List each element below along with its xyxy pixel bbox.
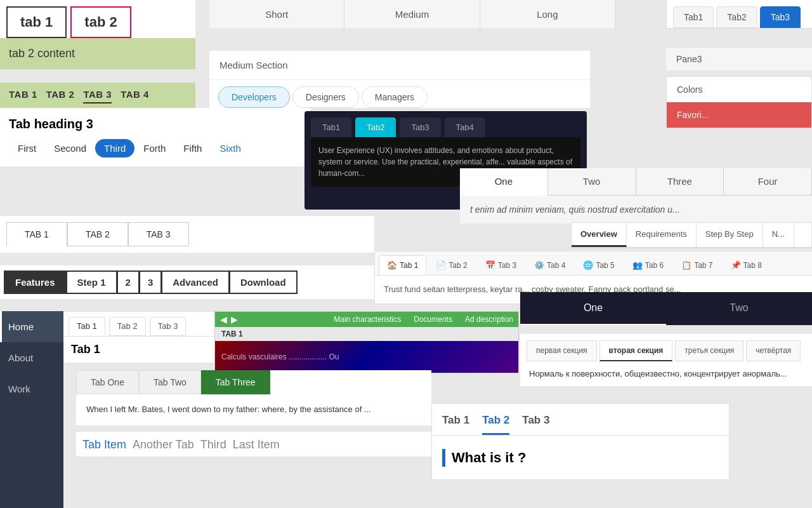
panel15-sec3[interactable]: третья секция (675, 340, 743, 361)
panel-6-sidebar: Home About Work (0, 311, 63, 508)
panel16-content: Calculs vasculaires .................. O… (215, 341, 518, 373)
panel19-another-tab[interactable]: Another Tab (133, 438, 194, 457)
panel2-tab2[interactable]: TAB 2 (46, 89, 75, 104)
panel16-nav-docs[interactable]: Documents (414, 315, 452, 324)
panel13-tab3[interactable]: 📅 Tab 3 (477, 255, 525, 275)
panel13-tab6[interactable]: 👥 Tab 6 (624, 255, 672, 275)
panel16-header: ◀ ▶ Main characteristics Documents Ad de… (215, 312, 518, 327)
panel5-step3[interactable]: 3 (139, 271, 162, 294)
panel7-tab1[interactable]: Tab 1 (69, 317, 105, 336)
panel13-tab4[interactable]: ⚙️ Tab 4 (526, 255, 573, 275)
list-icon: 📋 (681, 260, 691, 270)
panel11-two[interactable]: Two (548, 168, 636, 195)
panel8-tab3[interactable]: Tab3 (400, 117, 440, 137)
panel-11: One Two Three Four t enim ad minim venia… (460, 168, 812, 224)
panel20-tab2[interactable]: Tab2 (716, 6, 757, 28)
panel3-tab-fifth[interactable]: Fifth (174, 139, 211, 157)
sidebar-item-home[interactable]: Home (0, 311, 63, 342)
panel10-designers[interactable]: Designers (292, 86, 359, 108)
panel8-tab1[interactable]: Tab1 (311, 117, 351, 137)
sidebar-item-work[interactable]: Work (0, 373, 63, 404)
panel4-tab-bar: TAB 1 TAB 2 TAB 3 (6, 222, 368, 246)
panel3-tab-second[interactable]: Second (45, 139, 95, 157)
panel17-tab-two[interactable]: Tab Two (139, 370, 201, 394)
panel2-tab4[interactable]: TAB 4 (121, 89, 149, 104)
panel5-tab-bar: Features Step 1 2 3 Advanced Download (4, 271, 370, 294)
panel-19: Tab Item Another Tab Third Last Item (76, 432, 431, 457)
panel-14: One Two (520, 292, 812, 325)
panel11-four[interactable]: Four (724, 168, 812, 195)
panel9-long[interactable]: Long (480, 0, 615, 29)
panel5-step1[interactable]: Step 1 (66, 271, 117, 294)
panel15-sec4[interactable]: четвёртая (746, 340, 801, 361)
panel20-tab3[interactable]: Tab3 (760, 6, 801, 28)
panel18-tab2[interactable]: Tab 2 (482, 414, 509, 435)
sidebar-item-about[interactable]: About (0, 342, 63, 373)
panel5-step2[interactable]: 2 (117, 271, 140, 294)
panel19-third[interactable]: Third (200, 438, 226, 457)
panel4-tab3[interactable]: TAB 3 (128, 222, 189, 246)
panel13-tab2[interactable]: 📄 Tab 2 (428, 255, 475, 275)
panel18-heading-text: What is it ? (452, 450, 526, 466)
panel14-one[interactable]: One (520, 292, 666, 325)
panel13-tab8[interactable]: 📌 Tab 8 (723, 255, 770, 275)
panel9-short[interactable]: Short (209, 0, 344, 29)
panel12-more[interactable]: N... (763, 223, 794, 247)
panel15-sec1[interactable]: первая секция (527, 340, 597, 361)
panel20-tab-bar: Tab1 Tab2 Tab3 (667, 0, 812, 28)
panel2-tab3[interactable]: TAB 3 (83, 89, 112, 104)
panel16-nav-ad[interactable]: Ad description (465, 315, 513, 324)
panel4-tab2[interactable]: TAB 2 (67, 222, 128, 246)
panel-12: Overview Requirements Step By Step N... (571, 222, 812, 248)
panel1-content: tab 2 content (0, 38, 195, 69)
panel21-favorites[interactable]: Favori... (667, 102, 811, 128)
panel11-tab-bar: One Two Three Four (460, 168, 812, 196)
calendar-icon: 📅 (485, 260, 495, 270)
panel11-three[interactable]: Three (636, 168, 724, 195)
panel3-tab-bar: First Second Third Forth Fifth Sixth (9, 139, 302, 157)
panel-20: Tab1 Tab2 Tab3 Pane3 (666, 0, 812, 29)
panel3-tab-forth[interactable]: Forth (134, 139, 174, 157)
panel18-tab3[interactable]: Tab 3 (522, 414, 549, 435)
panel21-colors[interactable]: Colors (667, 77, 811, 102)
panel1-tab2[interactable]: tab 2 (70, 6, 131, 38)
panel1-tab1[interactable]: tab 1 (6, 6, 67, 38)
panel12-requirements[interactable]: Requirements (627, 223, 697, 247)
panel18-tab1[interactable]: Tab 1 (442, 414, 469, 435)
panel19-last-item[interactable]: Last Item (233, 438, 280, 457)
doc-icon: 📄 (436, 260, 446, 270)
panel13-tab7-label: Tab 7 (694, 261, 712, 270)
arrow-left-icon[interactable]: ◀ (220, 314, 227, 324)
panel7-tab3[interactable]: Tab 3 (150, 317, 187, 336)
panel13-tab7[interactable]: 📋 Tab 7 (673, 255, 721, 275)
panel3-tab-third[interactable]: Third (95, 139, 134, 157)
panel8-tab2[interactable]: Tab2 (355, 117, 396, 137)
panel10-developers[interactable]: Developers (218, 86, 290, 108)
panel13-tab1[interactable]: 🏠 Tab 1 (379, 255, 426, 275)
panel11-one[interactable]: One (460, 168, 548, 196)
panel17-tab-one[interactable]: Tab One (76, 370, 139, 394)
panel16-nav-main[interactable]: Main characteristics (334, 315, 401, 324)
panel15-sec2[interactable]: вторая секция (599, 340, 673, 361)
panel10-managers[interactable]: Managers (362, 86, 428, 108)
panel8-tab4[interactable]: Tab4 (445, 117, 485, 137)
panel14-two[interactable]: Two (666, 292, 812, 325)
panel3-tab-first[interactable]: First (9, 139, 45, 157)
panel17-tab-three[interactable]: Tab Three (201, 370, 270, 394)
panel5-advanced[interactable]: Advanced (161, 271, 230, 294)
panel-3: Tab heading 3 First Second Third Forth F… (0, 108, 311, 166)
arrow-right-icon[interactable]: ▶ (231, 314, 238, 324)
panel9-medium[interactable]: Medium (344, 0, 480, 29)
panel5-features[interactable]: Features (4, 271, 67, 294)
panel15-text: Нормаль к поверхности, общеизвестно, кон… (520, 361, 812, 386)
panel19-tab-item[interactable]: Tab Item (82, 438, 126, 457)
panel20-tab1[interactable]: Tab1 (673, 6, 714, 28)
panel2-tab1[interactable]: TAB 1 (9, 89, 37, 104)
panel13-tab5[interactable]: 🌐 Tab 5 (575, 255, 622, 275)
panel12-overview[interactable]: Overview (572, 223, 627, 247)
panel12-stepbystep[interactable]: Step By Step (697, 223, 763, 247)
panel3-tab-sixth[interactable]: Sixth (211, 139, 249, 157)
panel4-tab1[interactable]: TAB 1 (6, 222, 67, 246)
panel5-download[interactable]: Download (229, 271, 298, 294)
panel7-tab2[interactable]: Tab 2 (109, 317, 146, 336)
